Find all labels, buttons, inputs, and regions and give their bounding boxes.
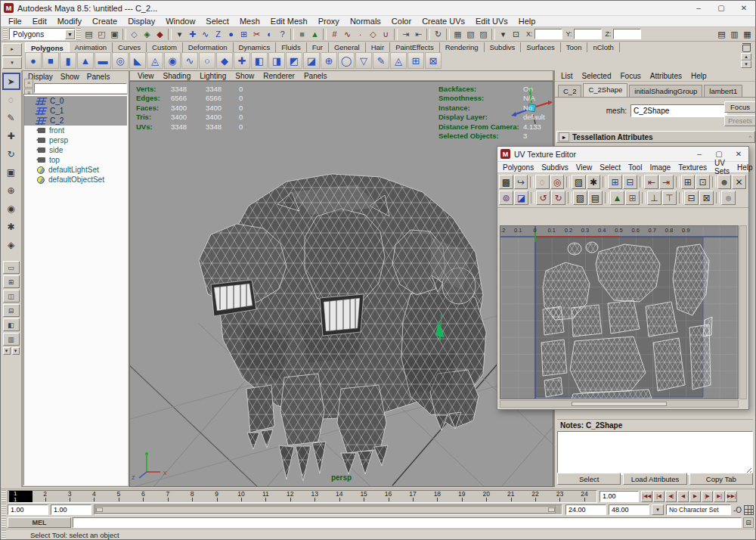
- shelf-tab[interactable]: Custom: [147, 42, 183, 52]
- align-max-v-icon[interactable]: ⊤: [662, 191, 677, 205]
- frame-tick[interactable]: 6: [131, 491, 155, 502]
- polygon-cylinder-icon[interactable]: ▮: [60, 52, 76, 69]
- select-surfaces-icon[interactable]: ●: [225, 28, 237, 41]
- y-coord-input[interactable]: [574, 29, 602, 39]
- outliner-tree[interactable]: C_0 C_1 C_2 front persp side: [23, 94, 128, 486]
- unfold-uvs-icon[interactable]: ✱: [587, 175, 601, 189]
- tile-layout-a-icon[interactable]: ⊞: [681, 175, 696, 189]
- menu-item[interactable]: Create: [87, 17, 122, 26]
- uv-horizontal-scrollbar[interactable]: [500, 400, 739, 408]
- select-curves-icon[interactable]: Z: [212, 28, 225, 41]
- rotate-uvs-ccw-icon[interactable]: ↺: [536, 191, 550, 205]
- uv-snapshot-icon[interactable]: ▩: [499, 175, 513, 189]
- polygon-plane-icon[interactable]: ▬: [94, 52, 111, 69]
- paint-select-tool[interactable]: ✎: [2, 109, 20, 126]
- attribute-editor-footer-button[interactable]: Select: [557, 473, 621, 485]
- outliner-item[interactable]: defaultObjectSet: [24, 175, 127, 185]
- polygon-torus-icon[interactable]: ◎: [112, 52, 129, 69]
- snap-to-curves-icon[interactable]: ∿: [341, 28, 354, 41]
- last-tool[interactable]: ◈: [2, 236, 20, 253]
- notes-textarea[interactable]: [557, 431, 753, 475]
- range-slider-track[interactable]: [94, 504, 562, 515]
- make-object-live-icon[interactable]: ∪: [380, 28, 392, 41]
- polygon-cone-icon[interactable]: ▲: [77, 52, 94, 69]
- step-back-key-button[interactable]: |◀: [653, 491, 665, 502]
- key-icon[interactable]: -O: [733, 506, 742, 514]
- uv-editor-menu-item[interactable]: Help: [733, 163, 756, 172]
- menu-item[interactable]: Help: [513, 17, 541, 26]
- status-line-grip[interactable]: [76, 28, 81, 40]
- show-manipulator-tool[interactable]: ✱: [2, 218, 20, 235]
- output-connections-icon[interactable]: ⇤: [412, 28, 425, 41]
- attribute-editor-footer-button[interactable]: Load Attributes: [623, 473, 686, 485]
- dim-image-icon[interactable]: ☻: [721, 191, 736, 205]
- uv-editor-menu-item[interactable]: View: [572, 163, 596, 172]
- viewport-menu-item[interactable]: Show: [231, 72, 259, 80]
- new-scene-icon[interactable]: ▤: [82, 28, 95, 41]
- uv-lattice-icon[interactable]: ⊚: [499, 191, 513, 205]
- playback-end-input[interactable]: [565, 504, 606, 515]
- uv-editor-canvas[interactable]: 0.20.100.10.20.30.40.50.60.70.80.9: [500, 225, 739, 399]
- save-scene-icon[interactable]: ▣: [108, 28, 121, 41]
- outliner-persp-layout-button[interactable]: ▥: [3, 333, 20, 346]
- polygon-sphere-icon[interactable]: ●: [25, 52, 42, 69]
- menu-item[interactable]: Edit: [27, 17, 52, 26]
- frame-tick[interactable]: 4: [82, 491, 106, 502]
- align-min-u-icon[interactable]: ⇤: [644, 175, 658, 189]
- shelf-tab[interactable]: Surfaces: [521, 42, 561, 52]
- frame-tick[interactable]: 17: [401, 491, 425, 502]
- menu-item[interactable]: Select: [200, 17, 234, 26]
- shelf-tab[interactable]: Toon: [561, 42, 588, 52]
- viewport-menu-item[interactable]: Renderer: [259, 72, 299, 80]
- grid-uvs-icon[interactable]: ⊟: [623, 175, 637, 189]
- select-component-icon[interactable]: ◆: [153, 28, 166, 41]
- uv-vertical-scrollbar[interactable]: [739, 225, 747, 399]
- polygon-pyramid-icon[interactable]: ◬: [147, 52, 163, 69]
- shelf-tab[interactable]: Animation: [70, 42, 113, 52]
- current-time-input[interactable]: [600, 491, 639, 502]
- attribute-editor-menu-item[interactable]: Attributes: [646, 72, 686, 80]
- frame-tick[interactable]: 8: [180, 491, 204, 502]
- polygon-cube-icon[interactable]: ■: [42, 52, 59, 69]
- uv-editor-menu-item[interactable]: Subdivs: [538, 163, 572, 172]
- frame-tick[interactable]: 9: [204, 491, 228, 502]
- uv-texture-editor-window[interactable]: M UV Texture Editor – ▢ ✕ PolygonsSubdiv…: [497, 146, 749, 410]
- frame-ruler[interactable]: 1 1 123456789101112131415161718192021222…: [8, 490, 597, 503]
- attribute-editor-menu-item[interactable]: List: [556, 72, 578, 80]
- maximize-button[interactable]: ▢: [710, 1, 733, 15]
- outliner-item[interactable]: C_1: [24, 106, 127, 116]
- field-entry-box-icon[interactable]: ⊡: [510, 28, 522, 41]
- menu-item[interactable]: Edit Mesh: [265, 17, 313, 26]
- uv-editor-menu-item[interactable]: Tool: [624, 163, 646, 172]
- frame-tick[interactable]: 5: [107, 491, 131, 502]
- close-button[interactable]: ✕: [733, 1, 755, 15]
- menu-item[interactable]: File: [3, 17, 27, 26]
- toggle-filtered-icon[interactable]: ✕: [732, 175, 746, 189]
- frame-tick[interactable]: 23: [547, 491, 572, 502]
- frame-tick[interactable]: 20: [474, 491, 498, 502]
- tweak-uv-icon[interactable]: ◪: [514, 191, 528, 205]
- command-input[interactable]: [73, 517, 742, 528]
- display-image-icon[interactable]: ☻: [717, 175, 732, 189]
- tile-layout-b-icon[interactable]: ⊡: [696, 175, 710, 189]
- polygon-soccer-ball-icon[interactable]: ○: [199, 52, 215, 69]
- outliner-item[interactable]: side: [24, 145, 127, 155]
- mel-toggle-button[interactable]: MEL: [8, 517, 71, 528]
- shelf-tab[interactable]: Subdivs: [485, 42, 522, 52]
- frame-tick[interactable]: 3: [57, 491, 82, 502]
- move-tool[interactable]: ✚: [2, 127, 20, 144]
- attribute-editor-tab[interactable]: lambert1: [704, 85, 742, 97]
- minimize-button[interactable]: –: [689, 147, 709, 161]
- field-entry-menu-icon[interactable]: ▾: [497, 28, 510, 41]
- make-live-icon[interactable]: ▲: [308, 28, 321, 41]
- align-min-v-icon[interactable]: ⊥: [647, 191, 662, 205]
- polygon-platonic-icon[interactable]: ◆: [216, 52, 233, 69]
- tile-layout-c-icon[interactable]: ⊟: [684, 191, 699, 205]
- two-pane-side-layout-button[interactable]: ◫: [3, 290, 20, 303]
- frame-tick[interactable]: 16: [376, 491, 400, 502]
- minimize-button[interactable]: –: [687, 1, 710, 15]
- shelf-tab[interactable]: Curves: [113, 42, 147, 52]
- shelf-tab[interactable]: General: [329, 42, 366, 52]
- menu-item[interactable]: Display: [122, 17, 160, 26]
- anim-preferences-icon[interactable]: [744, 505, 754, 515]
